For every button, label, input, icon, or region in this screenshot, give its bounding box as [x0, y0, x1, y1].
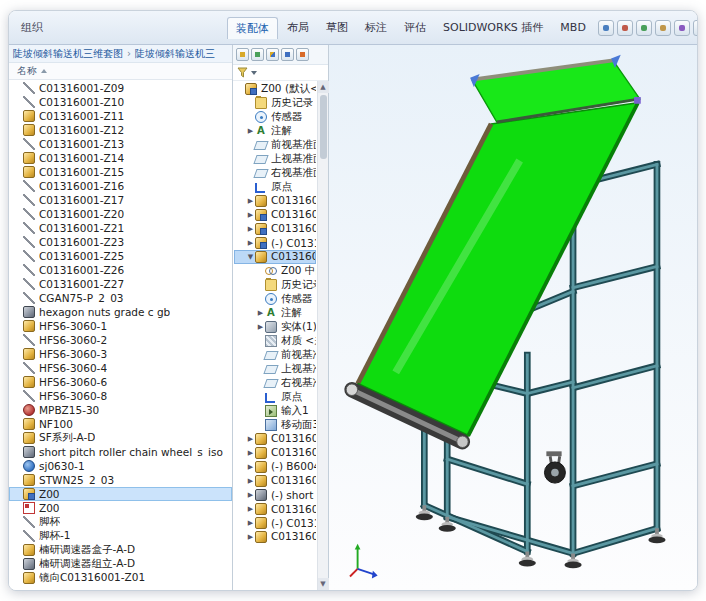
- twisty-right-icon[interactable]: ▶: [256, 323, 265, 331]
- twisty-right-icon[interactable]: ▶: [246, 127, 255, 135]
- twisty-right-icon[interactable]: ▶: [246, 211, 255, 219]
- tree-row[interactable]: 原点: [234, 390, 316, 404]
- twisty-right-icon[interactable]: ▶: [246, 519, 255, 527]
- tree-filter[interactable]: [233, 65, 328, 81]
- list-item[interactable]: NF100: [9, 417, 232, 431]
- twisty-right-icon[interactable]: ▶: [246, 463, 255, 471]
- tree-row[interactable]: 输入1: [234, 404, 316, 418]
- tree-row[interactable]: ▶C01316001-Z08<1> (默: [234, 194, 316, 208]
- tree-row[interactable]: ▶实体(1): [234, 320, 316, 334]
- tree-row[interactable]: ▶C01316001-Z10<1> ->: [234, 502, 316, 516]
- tree-row[interactable]: 历史记录: [234, 278, 316, 292]
- display-style-icon[interactable]: [636, 20, 652, 36]
- list-item[interactable]: short pitch roller chain wheel_s_iso: [9, 445, 232, 459]
- tree-row[interactable]: ▶注解: [234, 306, 316, 320]
- list-item[interactable]: C01316001-Z13: [9, 137, 232, 151]
- tree-row[interactable]: 前视基准面: [234, 348, 316, 362]
- ribbon-tab-3[interactable]: 草图: [318, 17, 356, 38]
- list-item[interactable]: sj0630-1: [9, 459, 232, 473]
- list-item[interactable]: 镜向C01316001-Z01: [9, 571, 232, 585]
- list-item[interactable]: C01316001-Z27: [9, 277, 232, 291]
- list-item[interactable]: STWN25_2_03: [9, 473, 232, 487]
- tree-row[interactable]: Z00 (默认<默认_显示状态-1>: [234, 82, 316, 96]
- twisty-right-icon[interactable]: ▶: [256, 309, 265, 317]
- column-header-name[interactable]: 名称: [9, 63, 232, 80]
- twisty-right-icon[interactable]: ▶: [246, 533, 255, 541]
- list-item[interactable]: C01316001-Z26: [9, 263, 232, 277]
- hide-show-icon[interactable]: [655, 20, 671, 36]
- list-item[interactable]: 楠研调速器盒子-A-D: [9, 543, 232, 557]
- list-item[interactable]: 脚杯: [9, 515, 232, 529]
- tree-row[interactable]: 上视基准面: [234, 152, 316, 166]
- list-item[interactable]: 脚杯-1: [9, 529, 232, 543]
- tree-row[interactable]: 传感器: [234, 110, 316, 124]
- list-item[interactable]: C01316001-Z10: [9, 95, 232, 109]
- tree-row[interactable]: ▶(-) short pitch roller cha: [234, 488, 316, 502]
- list-item[interactable]: C01316001-Z15: [9, 165, 232, 179]
- tree-row[interactable]: 上视基准面: [234, 362, 316, 376]
- list-item[interactable]: Z00: [9, 487, 232, 501]
- list-item[interactable]: CGAN75-P_2_03: [9, 291, 232, 305]
- twisty-right-icon[interactable]: ▶: [246, 505, 255, 513]
- list-item[interactable]: C01316001-Z25: [9, 249, 232, 263]
- ribbon-tab-5[interactable]: 评估: [396, 17, 434, 38]
- dimxpertmanager-tab-icon[interactable]: [281, 48, 294, 61]
- tree-row[interactable]: 原点: [234, 180, 316, 194]
- list-item[interactable]: C01316001-Z16: [9, 179, 232, 193]
- tree-row[interactable]: ▶C01316001-Z07<1> (默: [234, 530, 316, 544]
- displaymanager-tab-icon[interactable]: [296, 48, 309, 61]
- twisty-right-icon[interactable]: ▶: [246, 239, 255, 247]
- tree-row[interactable]: ▶C01316001-Z09<2> (默: [234, 432, 316, 446]
- twisty-right-icon[interactable]: ▶: [246, 435, 255, 443]
- tree-row[interactable]: ▶C01316001-C00<1> (默: [234, 222, 316, 236]
- scroll-down-arrow[interactable]: ▼: [318, 578, 329, 590]
- scroll-up-arrow[interactable]: ▲: [318, 81, 329, 93]
- list-item[interactable]: Z00: [9, 501, 232, 515]
- tree-row[interactable]: 右视基准面: [234, 166, 316, 180]
- appearance-icon[interactable]: [674, 20, 690, 36]
- tree-row[interactable]: ▶(-) C01316001-A00<2>: [234, 236, 316, 250]
- list-item[interactable]: C01316001-Z14: [9, 151, 232, 165]
- ribbon-tab-2[interactable]: 布局: [279, 17, 317, 38]
- tree-row[interactable]: 右视基准面: [234, 376, 316, 390]
- tree-row[interactable]: ▶C01316001-Z02<1> (默: [234, 208, 316, 222]
- tree-row[interactable]: 前视基准面: [234, 138, 316, 152]
- list-item[interactable]: C01316001-Z21: [9, 221, 232, 235]
- list-item[interactable]: HFS6-3060-3: [9, 347, 232, 361]
- tree-row[interactable]: ▶(-) B6004ZZ_2_03<1> (默: [234, 460, 316, 474]
- viewport-3d[interactable]: [329, 45, 697, 590]
- list-item[interactable]: HFS6-3060-4: [9, 361, 232, 375]
- list-item[interactable]: HFS6-3060-1: [9, 319, 232, 333]
- organize-button[interactable]: 组织: [15, 20, 225, 35]
- list-item[interactable]: HFS6-3060-6: [9, 375, 232, 389]
- list-item[interactable]: C01316001-Z11: [9, 109, 232, 123]
- graphics-viewport[interactable]: [329, 45, 697, 590]
- ribbon-tab-4[interactable]: 标注: [357, 17, 395, 38]
- tree-row[interactable]: 历史记录: [234, 96, 316, 110]
- list-item[interactable]: C01316001-Z09: [9, 81, 232, 95]
- ribbon-tab-6[interactable]: SOLIDWORKS 插件: [435, 17, 551, 38]
- tree-row[interactable]: 传感器: [234, 292, 316, 306]
- zoom-fit-icon[interactable]: [598, 20, 614, 36]
- list-item[interactable]: C01316001-Z17: [9, 193, 232, 207]
- tree-row[interactable]: 材质 <未指定>: [234, 334, 316, 348]
- section-view-icon[interactable]: [617, 20, 633, 36]
- tree-row[interactable]: ▶(-) C01316001-Z16<1>: [234, 516, 316, 530]
- configurationmanager-tab-icon[interactable]: [266, 48, 279, 61]
- tree-row[interactable]: ▶C01316001-Z17<1> (默: [234, 474, 316, 488]
- tree-row[interactable]: Z00 中的配合: [234, 264, 316, 278]
- tree-row[interactable]: ▶C01316001-Z05<1> (默: [234, 446, 316, 460]
- ribbon-tab-1[interactable]: 装配体: [227, 17, 278, 39]
- list-item[interactable]: C01316001-Z20: [9, 207, 232, 221]
- list-item[interactable]: HFS6-3060-8: [9, 389, 232, 403]
- twisty-right-icon[interactable]: ▶: [246, 477, 255, 485]
- twisty-right-icon[interactable]: ▶: [246, 197, 255, 205]
- list-item[interactable]: C01316001-Z23: [9, 235, 232, 249]
- twisty-right-icon[interactable]: ▶: [246, 449, 255, 457]
- list-item[interactable]: SF系列-A-D: [9, 431, 232, 445]
- scene-icon[interactable]: [693, 20, 698, 36]
- twisty-down-icon[interactable]: ▼: [246, 253, 255, 261]
- filter-dropdown-icon[interactable]: [251, 71, 257, 75]
- twisty-right-icon[interactable]: ▶: [246, 491, 255, 499]
- list-item[interactable]: HFS6-3060-2: [9, 333, 232, 347]
